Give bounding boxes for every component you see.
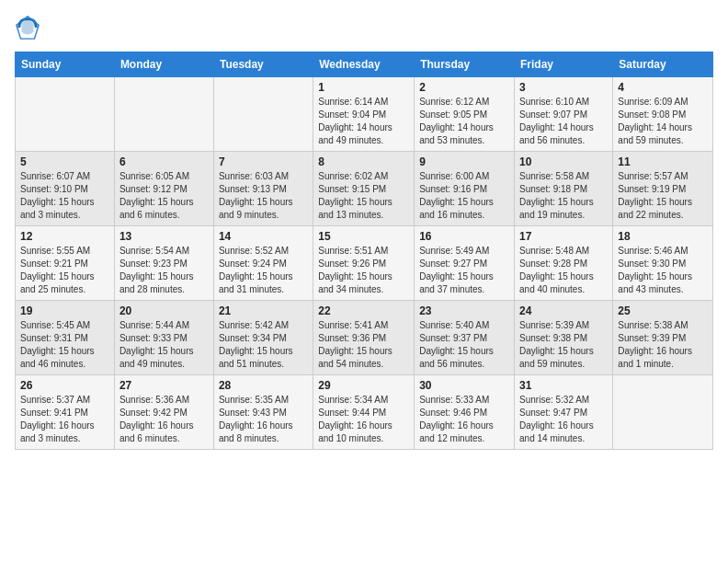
day-info: Sunrise: 5:48 AMSunset: 9:28 PMDaylight:… bbox=[519, 245, 608, 296]
day-number: 8 bbox=[318, 155, 409, 168]
day-number: 25 bbox=[618, 304, 708, 317]
week-row-2: 5Sunrise: 6:07 AMSunset: 9:10 PMDaylight… bbox=[16, 152, 713, 226]
day-number: 23 bbox=[419, 304, 509, 317]
day-info: Sunrise: 5:42 AMSunset: 9:34 PMDaylight:… bbox=[219, 319, 308, 371]
day-info: Sunrise: 6:02 AMSunset: 9:15 PMDaylight:… bbox=[318, 170, 409, 222]
day-info: Sunrise: 5:32 AMSunset: 9:47 PMDaylight:… bbox=[519, 394, 608, 445]
calendar-cell: 3Sunrise: 6:10 AMSunset: 9:07 PMDaylight… bbox=[515, 77, 613, 152]
day-number: 3 bbox=[519, 81, 608, 94]
logo-icon bbox=[15, 15, 40, 40]
day-info: Sunrise: 5:36 AMSunset: 9:42 PMDaylight:… bbox=[119, 394, 209, 445]
day-info: Sunrise: 5:40 AMSunset: 9:37 PMDaylight:… bbox=[419, 319, 509, 371]
day-info: Sunrise: 5:33 AMSunset: 9:46 PMDaylight:… bbox=[419, 394, 509, 445]
day-header-wednesday: Wednesday bbox=[313, 52, 415, 77]
day-info: Sunrise: 5:35 AMSunset: 9:43 PMDaylight:… bbox=[219, 394, 308, 445]
day-header-monday: Monday bbox=[114, 52, 213, 77]
calendar-cell: 23Sunrise: 5:40 AMSunset: 9:37 PMDayligh… bbox=[415, 301, 515, 375]
calendar-cell bbox=[213, 77, 313, 152]
calendar-cell: 17Sunrise: 5:48 AMSunset: 9:28 PMDayligh… bbox=[515, 226, 613, 301]
day-info: Sunrise: 5:39 AMSunset: 9:38 PMDaylight:… bbox=[519, 319, 608, 371]
day-number: 14 bbox=[219, 230, 308, 243]
day-info: Sunrise: 6:12 AMSunset: 9:05 PMDaylight:… bbox=[419, 96, 509, 147]
day-info: Sunrise: 5:45 AMSunset: 9:31 PMDaylight:… bbox=[20, 319, 109, 371]
calendar-cell: 29Sunrise: 5:34 AMSunset: 9:44 PMDayligh… bbox=[313, 375, 415, 450]
day-number: 17 bbox=[519, 230, 608, 243]
day-number: 10 bbox=[519, 155, 608, 168]
day-info: Sunrise: 5:41 AMSunset: 9:36 PMDaylight:… bbox=[318, 319, 409, 371]
calendar-cell: 28Sunrise: 5:35 AMSunset: 9:43 PMDayligh… bbox=[213, 375, 313, 450]
day-number: 5 bbox=[20, 155, 109, 168]
calendar-cell: 19Sunrise: 5:45 AMSunset: 9:31 PMDayligh… bbox=[16, 301, 115, 375]
calendar-cell bbox=[114, 77, 213, 152]
day-info: Sunrise: 5:52 AMSunset: 9:24 PMDaylight:… bbox=[219, 245, 308, 296]
day-header-sunday: Sunday bbox=[16, 52, 115, 77]
calendar-cell: 30Sunrise: 5:33 AMSunset: 9:46 PMDayligh… bbox=[415, 375, 515, 450]
calendar-cell: 15Sunrise: 5:51 AMSunset: 9:26 PMDayligh… bbox=[313, 226, 415, 301]
day-number: 30 bbox=[419, 379, 509, 392]
day-number: 20 bbox=[119, 304, 209, 317]
day-info: Sunrise: 6:05 AMSunset: 9:12 PMDaylight:… bbox=[119, 170, 209, 222]
day-info: Sunrise: 5:34 AMSunset: 9:44 PMDaylight:… bbox=[318, 394, 409, 445]
page-header bbox=[15, 15, 713, 40]
day-number: 1 bbox=[318, 81, 409, 94]
week-row-4: 19Sunrise: 5:45 AMSunset: 9:31 PMDayligh… bbox=[16, 301, 713, 375]
calendar-cell: 22Sunrise: 5:41 AMSunset: 9:36 PMDayligh… bbox=[313, 301, 415, 375]
calendar-cell: 4Sunrise: 6:09 AMSunset: 9:08 PMDaylight… bbox=[613, 77, 713, 152]
calendar-cell: 12Sunrise: 5:55 AMSunset: 9:21 PMDayligh… bbox=[16, 226, 115, 301]
calendar-cell: 1Sunrise: 6:14 AMSunset: 9:04 PMDaylight… bbox=[313, 77, 415, 152]
day-info: Sunrise: 6:14 AMSunset: 9:04 PMDaylight:… bbox=[318, 96, 409, 147]
day-header-tuesday: Tuesday bbox=[213, 52, 313, 77]
day-number: 26 bbox=[20, 379, 109, 392]
day-number: 29 bbox=[318, 379, 409, 392]
calendar-cell: 5Sunrise: 6:07 AMSunset: 9:10 PMDaylight… bbox=[16, 152, 115, 226]
calendar-cell: 26Sunrise: 5:37 AMSunset: 9:41 PMDayligh… bbox=[16, 375, 115, 450]
day-info: Sunrise: 6:09 AMSunset: 9:08 PMDaylight:… bbox=[618, 96, 708, 147]
day-number: 16 bbox=[419, 230, 509, 243]
calendar-cell: 18Sunrise: 5:46 AMSunset: 9:30 PMDayligh… bbox=[613, 226, 713, 301]
calendar-cell: 6Sunrise: 6:05 AMSunset: 9:12 PMDaylight… bbox=[114, 152, 213, 226]
calendar-cell bbox=[16, 77, 115, 152]
day-number: 7 bbox=[219, 155, 308, 168]
calendar-cell: 31Sunrise: 5:32 AMSunset: 9:47 PMDayligh… bbox=[515, 375, 613, 450]
calendar-cell: 11Sunrise: 5:57 AMSunset: 9:19 PMDayligh… bbox=[613, 152, 713, 226]
calendar-cell: 14Sunrise: 5:52 AMSunset: 9:24 PMDayligh… bbox=[213, 226, 313, 301]
week-row-1: 1Sunrise: 6:14 AMSunset: 9:04 PMDaylight… bbox=[16, 77, 713, 152]
day-number: 24 bbox=[519, 304, 608, 317]
day-info: Sunrise: 5:37 AMSunset: 9:41 PMDaylight:… bbox=[20, 394, 109, 445]
calendar-cell: 8Sunrise: 6:02 AMSunset: 9:15 PMDaylight… bbox=[313, 152, 415, 226]
calendar-cell: 10Sunrise: 5:58 AMSunset: 9:18 PMDayligh… bbox=[515, 152, 613, 226]
day-number: 18 bbox=[618, 230, 708, 243]
day-info: Sunrise: 5:58 AMSunset: 9:18 PMDaylight:… bbox=[519, 170, 608, 222]
day-header-friday: Friday bbox=[515, 52, 613, 77]
day-info: Sunrise: 6:07 AMSunset: 9:10 PMDaylight:… bbox=[20, 170, 109, 222]
day-number: 13 bbox=[119, 230, 209, 243]
calendar-cell: 24Sunrise: 5:39 AMSunset: 9:38 PMDayligh… bbox=[515, 301, 613, 375]
day-number: 22 bbox=[318, 304, 409, 317]
calendar-cell: 13Sunrise: 5:54 AMSunset: 9:23 PMDayligh… bbox=[114, 226, 213, 301]
day-number: 12 bbox=[20, 230, 109, 243]
day-header-saturday: Saturday bbox=[613, 52, 713, 77]
day-number: 19 bbox=[20, 304, 109, 317]
calendar-cell: 16Sunrise: 5:49 AMSunset: 9:27 PMDayligh… bbox=[415, 226, 515, 301]
day-info: Sunrise: 5:49 AMSunset: 9:27 PMDaylight:… bbox=[419, 245, 509, 296]
calendar-cell: 2Sunrise: 6:12 AMSunset: 9:05 PMDaylight… bbox=[415, 77, 515, 152]
day-info: Sunrise: 6:03 AMSunset: 9:13 PMDaylight:… bbox=[219, 170, 308, 222]
logo bbox=[15, 15, 42, 40]
day-info: Sunrise: 5:38 AMSunset: 9:39 PMDaylight:… bbox=[618, 319, 708, 371]
day-number: 6 bbox=[119, 155, 209, 168]
day-info: Sunrise: 5:46 AMSunset: 9:30 PMDaylight:… bbox=[618, 245, 708, 296]
calendar-cell: 21Sunrise: 5:42 AMSunset: 9:34 PMDayligh… bbox=[213, 301, 313, 375]
day-number: 31 bbox=[519, 379, 608, 392]
calendar-cell: 20Sunrise: 5:44 AMSunset: 9:33 PMDayligh… bbox=[114, 301, 213, 375]
day-header-thursday: Thursday bbox=[415, 52, 515, 77]
calendar-cell: 9Sunrise: 6:00 AMSunset: 9:16 PMDaylight… bbox=[415, 152, 515, 226]
day-info: Sunrise: 5:54 AMSunset: 9:23 PMDaylight:… bbox=[119, 245, 209, 296]
day-info: Sunrise: 5:51 AMSunset: 9:26 PMDaylight:… bbox=[318, 245, 409, 296]
day-number: 27 bbox=[119, 379, 209, 392]
day-number: 9 bbox=[419, 155, 509, 168]
calendar-table: SundayMondayTuesdayWednesdayThursdayFrid… bbox=[15, 52, 713, 450]
week-row-5: 26Sunrise: 5:37 AMSunset: 9:41 PMDayligh… bbox=[16, 375, 713, 450]
day-info: Sunrise: 6:10 AMSunset: 9:07 PMDaylight:… bbox=[519, 96, 608, 147]
day-number: 11 bbox=[618, 155, 708, 168]
day-number: 21 bbox=[219, 304, 308, 317]
